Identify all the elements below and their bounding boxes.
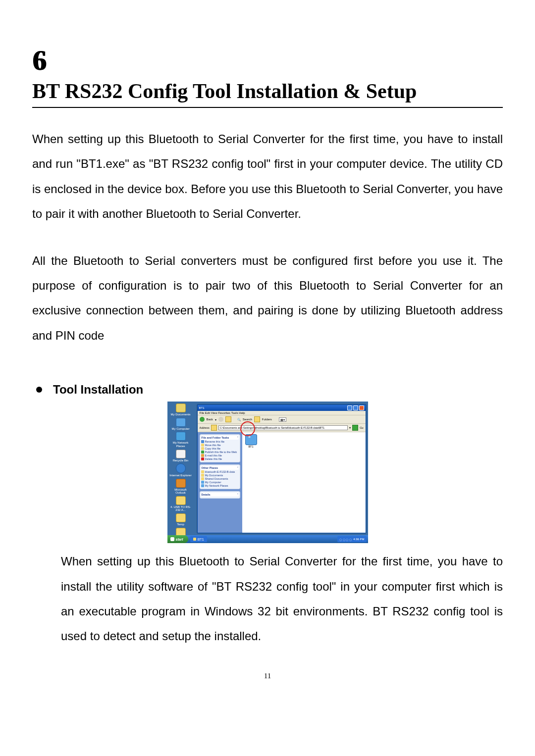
file-view[interactable]: BT1 xyxy=(242,432,366,533)
desktop-icon-ie[interactable]: Internet Explorer xyxy=(169,463,192,477)
details-panel: Detailsˇ xyxy=(200,491,240,499)
menu-bar[interactable]: File Edit View Favorites Tools Help xyxy=(198,411,366,415)
clock: 4:36 PM xyxy=(353,538,364,541)
highlight-circle xyxy=(240,421,255,436)
go-button[interactable] xyxy=(352,425,358,431)
desktop-icon-recycle-bin[interactable]: Recycle Bin xyxy=(169,450,192,462)
views-selector[interactable]: ▦▾ xyxy=(279,417,286,422)
folders-icon[interactable] xyxy=(254,416,260,422)
folders-label[interactable]: Folders xyxy=(262,418,272,421)
paragraph-1: When setting up this Bluetooth to Serial… xyxy=(32,127,503,227)
title-rule xyxy=(32,107,503,108)
taskbar: start BT1 ◌ ◌ ◌ ◌ 4:36 PM xyxy=(167,535,368,543)
chapter-title: BT RS232 Config Tool Installation & Setu… xyxy=(32,79,503,103)
address-label: Address xyxy=(200,426,210,429)
desktop-icon-my-documents[interactable]: My Documents xyxy=(169,403,192,416)
paragraph-2: All the Bluetooth to Serial converters m… xyxy=(32,249,503,349)
desktop-icon-network-places[interactable]: My Network Places xyxy=(169,432,192,448)
page-number: 11 xyxy=(32,672,503,680)
section-title: Tool Installation xyxy=(53,383,143,397)
desktop-icons: My Documents My Computer My Network Plac… xyxy=(169,403,192,544)
desktop-icon-folder-temp[interactable]: Temp xyxy=(169,513,192,526)
forward-icon[interactable] xyxy=(218,417,223,422)
toolbar: Back ▾ 🔍 Search Folders ▦▾ xyxy=(198,415,366,424)
address-field[interactable]: C:\Documents and Settings\yljhwblog\Blue… xyxy=(218,425,348,430)
other-places-panel: Other Placesˆ bluetooth-E-F132-B-data My… xyxy=(200,464,240,489)
desktop-icon-folder-usb[interactable]: 4. USB TO RS-232 A... xyxy=(169,496,192,512)
desktop-icon-outlook[interactable]: Microsoft Outlook xyxy=(169,479,192,495)
explorer-window: BT1 File Edit View Favorites Tools Help … xyxy=(197,404,366,533)
back-icon[interactable] xyxy=(200,417,205,422)
explorer-screenshot: My Documents My Computer My Network Plac… xyxy=(167,402,368,543)
bullet-icon xyxy=(36,387,42,393)
minimize-button[interactable] xyxy=(347,405,352,410)
file-tasks-panel: File and Folder Tasksˆ Rename this file … xyxy=(200,434,240,462)
system-tray[interactable]: ◌ ◌ ◌ ◌ 4:36 PM xyxy=(337,536,366,542)
desktop-icon-my-computer[interactable]: My Computer xyxy=(169,418,192,431)
chapter-number: 6 xyxy=(32,45,503,76)
task-pane: File and Folder Tasksˆ Rename this file … xyxy=(198,432,242,533)
window-titlebar: BT1 xyxy=(198,405,366,411)
go-label[interactable]: Go xyxy=(360,426,363,429)
maximize-button[interactable] xyxy=(353,405,358,410)
close-button[interactable] xyxy=(359,405,364,410)
search-label[interactable]: Search xyxy=(243,418,252,421)
start-button[interactable]: start xyxy=(167,535,188,543)
back-label[interactable]: Back xyxy=(207,418,213,421)
taskbar-item-bt1[interactable]: BT1 xyxy=(190,536,207,542)
file-bt1[interactable]: BT1 xyxy=(244,434,258,448)
address-icon xyxy=(211,425,217,431)
up-icon[interactable] xyxy=(225,416,231,422)
paragraph-3: When setting up this Bluetooth to Serial… xyxy=(61,549,503,649)
window-title: BT1 xyxy=(199,406,205,409)
